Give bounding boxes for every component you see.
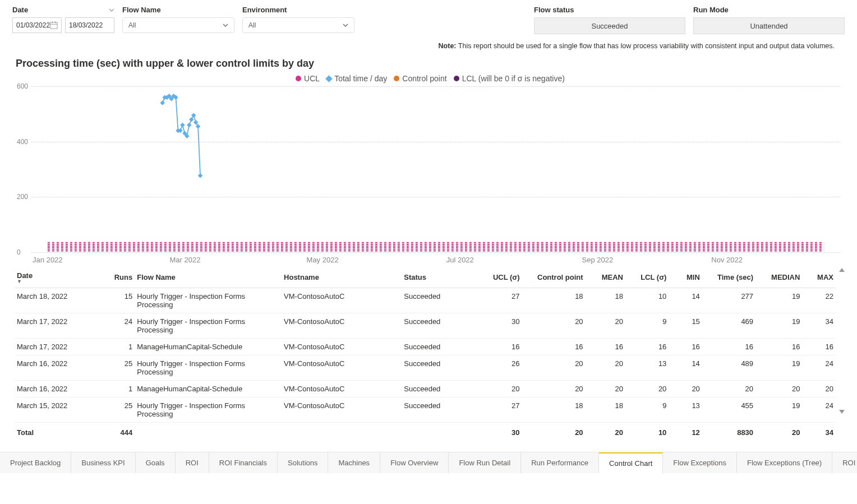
col-status[interactable]: Status: [402, 268, 475, 288]
ytick: 400: [17, 138, 28, 146]
filter-environment: Environment All: [242, 6, 354, 33]
note-text: This report should be used for a single …: [458, 42, 835, 50]
xtick: Jan 2022: [33, 256, 63, 264]
flow-status-slicer[interactable]: Succeeded: [534, 17, 685, 34]
xtick: Jul 2022: [446, 256, 474, 264]
table-row[interactable]: March 18, 202215Hourly Trigger - Inspect…: [15, 288, 836, 313]
legend-total[interactable]: Total time / day: [326, 74, 387, 83]
tab-control-chart[interactable]: Control Chart: [599, 452, 663, 473]
filter-flow-name: Flow Name All: [122, 6, 234, 33]
col-time[interactable]: Time (sec): [702, 268, 755, 288]
table-vertical-scrollbar[interactable]: [838, 268, 846, 441]
report-note: Note: This report should be used for a s…: [0, 40, 857, 50]
col-flow[interactable]: Flow Name: [135, 268, 282, 288]
col-host[interactable]: Hostname: [282, 268, 402, 288]
flowname-value: All: [128, 21, 136, 29]
xtick: Mar 2022: [170, 256, 201, 264]
legend-dot-icon: [296, 76, 301, 81]
chart-title: Processing time (sec) with upper & lower…: [16, 58, 846, 70]
chart-panel: Processing time (sec) with upper & lower…: [0, 50, 857, 252]
chevron-down-icon: [343, 22, 348, 28]
legend-lcl[interactable]: LCL (will be 0 if σ is negative): [454, 74, 565, 83]
page-tabs: Project BacklogBusiness KPIGoalsROIROI F…: [0, 452, 857, 473]
filter-runmode-label: Run Mode: [693, 6, 845, 14]
svg-rect-0: [50, 22, 57, 29]
xtick: Sep 2022: [582, 256, 614, 264]
xtick: Nov 2022: [711, 256, 743, 264]
chart-svg: [31, 86, 840, 252]
tab-machines[interactable]: Machines: [328, 452, 380, 473]
date-from-value: 01/03/2022: [16, 21, 50, 29]
tab-flow-run-detail[interactable]: Flow Run Detail: [449, 452, 521, 473]
ytick: 0: [17, 248, 21, 256]
scroll-down-icon[interactable]: [839, 410, 845, 414]
table-row[interactable]: March 16, 202225Hourly Trigger - Inspect…: [15, 355, 836, 381]
detail-table[interactable]: Date ▼ Runs Flow Name Hostname Status UC…: [15, 268, 836, 441]
filter-date-label: Date: [12, 6, 28, 14]
filter-status-label: Flow status: [534, 6, 685, 14]
date-from-input[interactable]: 01/03/2022: [12, 17, 62, 33]
note-bold: Note:: [439, 42, 457, 50]
environment-dropdown[interactable]: All: [242, 17, 354, 33]
calendar-icon: [50, 21, 58, 29]
chevron-down-icon[interactable]: [109, 7, 114, 13]
svg-rect-10: [160, 100, 164, 105]
table-row[interactable]: March 15, 202225Hourly Trigger - Inspect…: [15, 397, 836, 423]
run-mode-slicer[interactable]: Unattended: [693, 17, 845, 34]
tab-roi[interactable]: ROI: [176, 452, 209, 473]
tab-run-performance[interactable]: Run Performance: [521, 452, 599, 473]
tab-flow-exceptions-tree-[interactable]: Flow Exceptions (Tree): [737, 452, 832, 473]
table-total-row: Total444302020101288302034: [15, 423, 836, 441]
filter-flowname-label: Flow Name: [122, 6, 234, 14]
filter-flow-status: Flow status Succeeded: [534, 6, 685, 34]
tab-goals[interactable]: Goals: [136, 452, 176, 473]
filter-env-label: Environment: [242, 6, 354, 14]
filters-bar: Date 01/03/2022 18/03/2022 Flow Name All…: [0, 0, 857, 40]
tab-roi-calculations[interactable]: ROI Calculations: [832, 452, 857, 473]
date-to-input[interactable]: 18/03/2022: [65, 17, 114, 33]
flowname-dropdown[interactable]: All: [122, 17, 234, 33]
ytick: 600: [17, 82, 28, 90]
tab-project-backlog[interactable]: Project Backlog: [0, 452, 71, 473]
chevron-down-icon: [223, 22, 228, 28]
col-max[interactable]: MAX: [802, 268, 836, 288]
col-mean[interactable]: MEAN: [586, 268, 625, 288]
chart-plot-area[interactable]: 0 200 400 600 Jan 2022 Mar 2022 May 2022…: [31, 86, 840, 252]
col-ucl[interactable]: UCL (σ): [475, 268, 522, 288]
tab-business-kpi[interactable]: Business KPI: [71, 452, 135, 473]
table-row[interactable]: March 17, 20221ManageHumanCapital-Schedu…: [15, 339, 836, 355]
xtick: May 2022: [307, 256, 339, 264]
environment-value: All: [248, 21, 256, 29]
legend-dot-icon: [454, 76, 459, 81]
scroll-up-icon[interactable]: [839, 268, 845, 272]
legend-diamond-icon: [325, 75, 333, 82]
flow-status-value: Succeeded: [591, 22, 628, 30]
col-runs[interactable]: Runs: [102, 268, 135, 288]
chart-legend: UCL Total time / day Control point LCL (…: [15, 74, 846, 83]
legend-cp[interactable]: Control point: [394, 74, 446, 83]
col-median[interactable]: MEDIAN: [755, 268, 802, 288]
sort-desc-icon: ▼: [17, 280, 99, 283]
tab-flow-exceptions[interactable]: Flow Exceptions: [663, 452, 737, 473]
filter-date: Date 01/03/2022 18/03/2022: [12, 6, 114, 33]
legend-dot-icon: [394, 76, 399, 81]
filter-run-mode: Run Mode Unattended: [693, 6, 845, 34]
table-row[interactable]: March 17, 202224Hourly Trigger - Inspect…: [15, 313, 836, 339]
tab-solutions[interactable]: Solutions: [278, 452, 328, 473]
legend-ucl[interactable]: UCL: [296, 74, 320, 83]
tab-flow-overview[interactable]: Flow Overview: [380, 452, 449, 473]
ytick: 200: [17, 193, 28, 201]
table-row[interactable]: March 16, 20221ManageHumanCapital-Schedu…: [15, 381, 836, 397]
col-lcl[interactable]: LCL (σ): [625, 268, 669, 288]
col-date[interactable]: Date ▼: [15, 268, 102, 288]
run-mode-value: Unattended: [750, 22, 787, 30]
tab-roi-financials[interactable]: ROI Financials: [209, 452, 278, 473]
date-to-value: 18/03/2022: [69, 21, 103, 29]
col-min[interactable]: MIN: [669, 268, 702, 288]
col-cp[interactable]: Control point: [522, 268, 586, 288]
